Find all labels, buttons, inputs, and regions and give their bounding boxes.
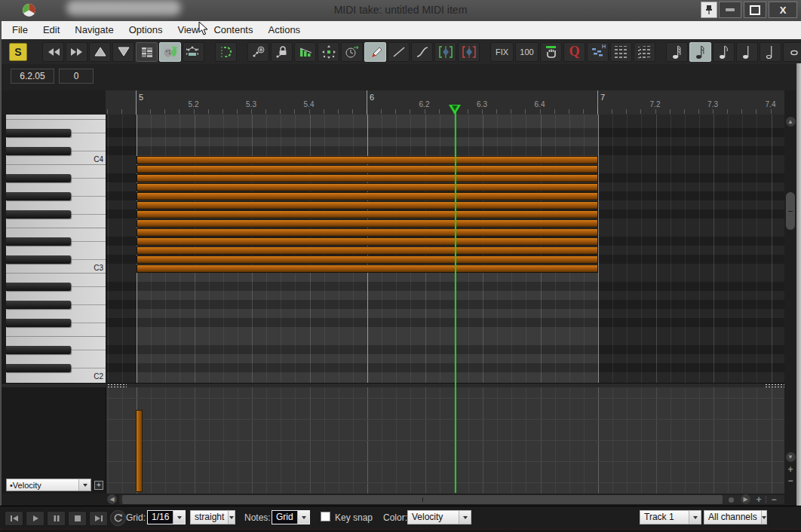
midi-note[interactable] (137, 174, 598, 182)
time-adjust-button[interactable] (341, 42, 363, 62)
humanize-button[interactable]: H (587, 42, 609, 62)
playhead[interactable] (455, 106, 456, 493)
key-snap-checkbox[interactable] (321, 512, 330, 521)
timeline-ruler[interactable]: 55.25.35.466.26.36.477.27.37.4 (106, 90, 784, 115)
window-resize-edge[interactable] (796, 63, 801, 529)
midi-note[interactable] (137, 237, 598, 246)
nav-up-button[interactable] (89, 42, 111, 62)
scroll-left-button[interactable]: ◀ (107, 494, 117, 504)
menu-options[interactable]: Options (121, 21, 170, 39)
piano-roll[interactable] (106, 115, 784, 383)
notes-combo[interactable]: Grid (272, 510, 310, 524)
nav-down-button[interactable] (112, 42, 134, 62)
minimize-button[interactable] (719, 2, 741, 18)
vzoom-in-button[interactable]: + (785, 464, 796, 475)
pause-button[interactable] (47, 511, 66, 526)
vertical-scrollbar[interactable]: ▲ ▼ + − (784, 115, 796, 494)
grid-unquantized-button[interactable] (634, 42, 655, 62)
lock-node-button[interactable] (271, 42, 293, 62)
wheel-node-button[interactable] (247, 42, 269, 62)
velocity-lane[interactable] (106, 387, 784, 494)
scroll-right-button[interactable]: ▶ (741, 494, 750, 504)
piano-key-black[interactable] (6, 346, 71, 354)
midi-note[interactable] (137, 156, 598, 164)
midi-note[interactable] (137, 183, 598, 191)
go-to-start-button[interactable] (5, 511, 23, 526)
midi-note[interactable] (137, 201, 598, 209)
dock-button[interactable] (215, 42, 237, 62)
note-length-whole-button[interactable] (783, 42, 801, 62)
position-offset-field[interactable]: 0 (59, 69, 94, 84)
menu-edit[interactable]: Edit (35, 21, 67, 39)
note-length-1-4-button[interactable] (736, 42, 758, 62)
midi-note[interactable] (137, 264, 598, 273)
midi-note[interactable] (137, 165, 598, 173)
grid-quantized-button[interactable] (610, 42, 632, 62)
midi-note[interactable] (137, 246, 598, 255)
hzoom-out-button[interactable]: − (769, 494, 779, 505)
midi-note[interactable] (137, 192, 598, 200)
repeat-button[interactable] (110, 510, 126, 526)
piano-key-black[interactable] (6, 147, 71, 155)
piano-key-black[interactable] (6, 237, 71, 246)
piano-key-black[interactable] (6, 364, 71, 372)
quantize-button[interactable]: Q (563, 42, 585, 62)
stop-button[interactable] (68, 511, 87, 526)
hzoom-in-button[interactable]: + (753, 494, 764, 505)
maximize-button[interactable] (744, 2, 766, 18)
piano-key-black[interactable] (6, 319, 71, 327)
envelope-node-button[interactable] (183, 42, 204, 62)
note-length-1-2-button[interactable] (760, 42, 781, 62)
scroll-down-button[interactable]: ▼ (786, 452, 796, 462)
piano-key-black[interactable] (6, 283, 71, 291)
channel-combo[interactable]: All channels (704, 510, 767, 524)
piano-key-black[interactable] (6, 174, 71, 182)
marker-red-button[interactable] (458, 42, 480, 62)
horizontal-scrollbar[interactable]: ◀ ▶ + − (0, 494, 801, 506)
event-list-button[interactable] (136, 42, 158, 62)
pin-button[interactable] (701, 2, 717, 18)
cc-lane-selector[interactable]: •Velocity (6, 478, 91, 491)
midi-note[interactable] (137, 219, 598, 228)
playhead-marker[interactable] (449, 105, 461, 115)
marker-green-button[interactable] (434, 42, 456, 62)
piano-key-black[interactable] (6, 301, 71, 309)
fix-button[interactable]: FIX (490, 42, 514, 62)
line-tool-button[interactable] (388, 42, 410, 62)
menu-contents[interactable]: Contents (206, 21, 260, 39)
close-button[interactable]: X (769, 2, 797, 18)
piano-key-black[interactable] (6, 255, 71, 264)
piano-key-black[interactable] (6, 210, 71, 219)
midi-note[interactable] (137, 210, 598, 219)
vscroll-thumb[interactable] (786, 192, 795, 230)
note-length-1-16-button[interactable] (689, 42, 711, 62)
piano-keyboard[interactable]: C4C3C2 (6, 115, 106, 383)
nav-forward-button[interactable] (66, 42, 87, 62)
color-combo[interactable]: Velocity (407, 510, 471, 524)
menu-file[interactable]: File (5, 21, 35, 39)
curve-tool-button[interactable] (411, 42, 433, 62)
vzoom-out-button[interactable]: − (785, 475, 796, 486)
menu-actions[interactable]: Actions (260, 21, 308, 39)
track-combo[interactable]: Track 1 (640, 510, 701, 524)
velocity-ramp-button[interactable] (294, 42, 316, 62)
position-time-field[interactable]: 6.2.05 (11, 69, 54, 84)
palette-foot-button[interactable] (159, 42, 181, 62)
midi-note[interactable] (137, 228, 598, 237)
velocity-100-button[interactable]: 100 (515, 42, 539, 62)
go-to-end-button[interactable] (89, 511, 108, 526)
item-right-edge[interactable] (598, 115, 599, 383)
nav-back-button[interactable] (42, 42, 64, 62)
piano-key-black[interactable] (6, 129, 71, 137)
note-length-1-8-button[interactable] (713, 42, 735, 62)
midi-note[interactable] (137, 255, 598, 264)
move-node-button[interactable] (318, 42, 339, 62)
add-cc-lane-button[interactable]: + (94, 481, 103, 490)
velocity-bar[interactable] (136, 410, 143, 492)
grid-size-combo[interactable]: 1/16 (147, 510, 186, 524)
scroll-up-button[interactable]: ▲ (786, 117, 796, 127)
hscroll-thumb[interactable] (122, 495, 723, 504)
sync-button[interactable]: S (9, 43, 27, 61)
play-button[interactable] (26, 511, 44, 526)
note-length-1-32-button[interactable] (666, 42, 688, 62)
